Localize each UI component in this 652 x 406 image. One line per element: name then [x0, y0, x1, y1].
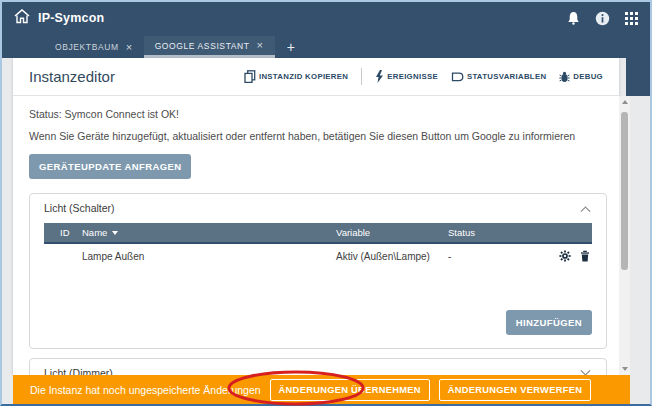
info-icon[interactable]: [595, 11, 610, 26]
scroll-up-arrow[interactable]: [619, 96, 630, 108]
tab-bar: OBJEKTBAUM × GOOGLE ASSISTANT × +: [0, 36, 652, 58]
copy-instance-id-button[interactable]: INSTANZID KOPIEREN: [244, 70, 348, 83]
cell-variable: Aktiv (Außen\Lampe): [336, 251, 448, 262]
toolbar-divider: [361, 68, 362, 85]
tab-google-assistant[interactable]: GOOGLE ASSISTANT ×: [144, 36, 275, 58]
ip-symcon-console: IP-Symcon OBJEKTBAUM × GOOGLE ASSISTANT …: [0, 0, 652, 406]
scroll-down-arrow[interactable]: [619, 363, 630, 375]
page-title: Instanzeditor: [29, 68, 115, 85]
add-device-button[interactable]: HINZUFÜGEN: [506, 310, 592, 335]
close-icon[interactable]: ×: [126, 42, 133, 53]
column-status: Status: [448, 227, 512, 238]
apps-grid-icon[interactable]: [625, 12, 638, 25]
scrollbar-thumb[interactable]: [621, 112, 628, 270]
close-icon[interactable]: ×: [257, 40, 264, 51]
tool-label: INSTANZID KOPIEREN: [259, 72, 348, 81]
device-table: ID Name Variable Status Lampe Außen Akti…: [44, 223, 592, 268]
section-title: Licht (Schalter): [44, 202, 115, 214]
top-app-bar: IP-Symcon: [0, 0, 652, 36]
unsaved-changes-message: Die Instanz hat noch ungespeicherte Ände…: [30, 384, 261, 396]
request-device-update-button[interactable]: GERÄTEUPDATE ANFRAGEN: [29, 154, 191, 179]
unsaved-changes-bar: Die Instanz hat noch ungespeicherte Ände…: [13, 375, 630, 404]
table-header-row: ID Name Variable Status: [44, 223, 592, 244]
column-id: ID: [44, 227, 82, 238]
editor-toolbar: INSTANZID KOPIEREN EREIGNISSE STATUSVARI…: [244, 68, 603, 85]
lightning-icon: [375, 70, 384, 83]
tab-label: OBJEKTBAUM: [55, 42, 119, 52]
column-variable: Variable: [336, 227, 448, 238]
light-dimmer-section: Licht (Dimmer): [29, 358, 607, 375]
vertical-scrollbar[interactable]: [619, 96, 630, 375]
tab-label: GOOGLE ASSISTANT: [155, 41, 250, 51]
tool-label: EREIGNISSE: [387, 72, 438, 81]
copy-icon: [244, 70, 256, 83]
header-corner-block: [626, 36, 652, 96]
status-variables-button[interactable]: STATUSVARIABLEN: [451, 72, 546, 82]
delete-trash-icon[interactable]: [580, 250, 590, 262]
panel-header: Instanzeditor INSTANZID KOPIEREN EREIGNI…: [13, 58, 619, 96]
cell-name: Lampe Außen: [82, 251, 336, 262]
tab-objektbaum[interactable]: OBJEKTBAUM ×: [44, 36, 144, 58]
chevron-up-icon[interactable]: [581, 206, 591, 216]
editor-content: Status: Symcon Connect ist OK! Wenn Sie …: [13, 96, 619, 375]
table-row[interactable]: Lampe Außen Aktiv (Außen\Lampe) -: [44, 244, 592, 268]
bug-icon: [559, 71, 570, 83]
events-button[interactable]: EREIGNISSE: [375, 70, 438, 83]
light-switch-section: Licht (Schalter) ID Name Variable Status…: [29, 193, 607, 349]
triangle-down-icon: [622, 367, 628, 371]
topbar-actions: [567, 11, 638, 26]
app-title: IP-Symcon: [38, 11, 104, 25]
cell-status: -: [448, 251, 512, 262]
row-actions: [512, 250, 592, 262]
column-name-label: Name: [82, 227, 107, 238]
light-dimmer-section-header[interactable]: Licht (Dimmer): [30, 359, 606, 375]
section-title: Licht (Dimmer): [44, 367, 113, 375]
light-switch-section-header[interactable]: Licht (Schalter): [30, 194, 606, 220]
settings-gear-icon[interactable]: [559, 250, 571, 262]
tool-label: STATUSVARIABLEN: [467, 72, 546, 81]
home-icon[interactable]: [14, 9, 30, 28]
status-text: Status: Symcon Connect ist OK!: [29, 108, 603, 120]
info-text: Wenn Sie Geräte hinzugefügt, aktualisier…: [29, 130, 603, 142]
bell-icon[interactable]: [567, 11, 580, 25]
discard-changes-button[interactable]: ÄNDERUNGEN VERWERFEN: [439, 379, 591, 401]
new-tab-button[interactable]: +: [275, 36, 307, 58]
tool-label: DEBUG: [573, 72, 603, 81]
tag-icon: [451, 72, 464, 82]
instance-editor-panel: Instanzeditor INSTANZID KOPIEREN EREIGNI…: [13, 58, 619, 375]
debug-button[interactable]: DEBUG: [559, 71, 603, 83]
sort-caret-icon: [112, 231, 118, 235]
apply-changes-button[interactable]: ÄNDERUNGEN ÜBERNEHMEN: [270, 379, 430, 401]
triangle-up-icon: [622, 100, 628, 104]
column-name[interactable]: Name: [82, 227, 336, 238]
chevron-down-icon[interactable]: [581, 365, 591, 375]
